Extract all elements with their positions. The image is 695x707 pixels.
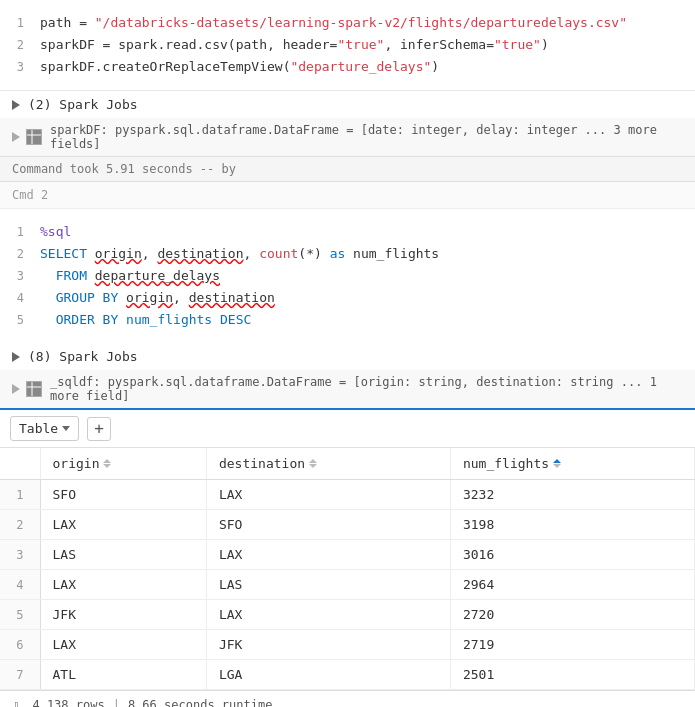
code-plain: ) <box>431 59 439 74</box>
table-body: 1SFOLAX32322LAXSFO31983LASLAX30164LAXLAS… <box>0 480 695 690</box>
cell-origin: LAS <box>40 540 206 570</box>
cell-rownum: 5 <box>0 600 40 630</box>
runtime-text: 8.66 seconds runtime <box>128 698 273 707</box>
schema-row-2: _sqldf: pyspark.sql.dataframe.DataFrame … <box>0 370 695 408</box>
sql-col-origin: origin <box>95 246 142 261</box>
table-icon-1 <box>26 129 42 145</box>
th-rownum <box>0 448 40 480</box>
sql-content-4: GROUP BY origin, destination <box>40 288 695 308</box>
sql-count: , <box>244 246 260 261</box>
sql-kw-groupby: GROUP BY <box>56 290 126 305</box>
table-label: Table <box>19 421 58 436</box>
sql-line-2: 2 SELECT origin, destination, count(*) a… <box>0 243 695 265</box>
table-header-row: origin destination <box>0 448 695 480</box>
schema-row-1: sparkDF: pyspark.sql.dataframe.DataFrame… <box>0 118 695 156</box>
sql-line-num-2: 2 <box>0 244 40 264</box>
code-line-2: 2 sparkDF = spark.read.csv(path, header=… <box>0 34 695 56</box>
table-row: 4LAXLAS2964 <box>0 570 695 600</box>
cell-destination: LAS <box>206 570 450 600</box>
footer-separator: | <box>109 698 124 707</box>
line-num-1: 1 <box>0 13 40 33</box>
code-lines-1: 1 path = "/databricks-datasets/learning-… <box>0 8 695 82</box>
cell-num-flights: 2964 <box>450 570 694 600</box>
code-plain: path = <box>40 15 95 30</box>
command-took-text: Command took 5.91 seconds -- by <box>12 162 236 176</box>
code-content-2: sparkDF = spark.read.csv(path, header="t… <box>40 35 695 55</box>
th-origin[interactable]: origin <box>40 448 206 480</box>
spark-jobs-label-1: (2) Spark Jobs <box>28 97 138 112</box>
sql-line-5: 5 ORDER BY num_flights DESC <box>0 309 695 331</box>
sql-kw-select: SELECT <box>40 246 95 261</box>
table-view-dropdown[interactable]: Table <box>10 416 79 441</box>
sql-indent <box>40 290 56 305</box>
cell-destination: JFK <box>206 630 450 660</box>
sort-icon-num-flights <box>553 459 561 469</box>
sql-content-1: %sql <box>40 222 695 242</box>
chevron-down-icon <box>62 426 70 431</box>
expand-icon-1 <box>12 100 20 110</box>
cmd-label: Cmd 2 <box>0 182 695 209</box>
sql-content-5: ORDER BY num_flights DESC <box>40 310 695 330</box>
code-line-3: 3 sparkDF.createOrReplaceTempView("depar… <box>0 56 695 78</box>
cell-num-flights: 3232 <box>450 480 694 510</box>
cell-origin: JFK <box>40 600 206 630</box>
th-destination[interactable]: destination <box>206 448 450 480</box>
cell-rownum: 3 <box>0 540 40 570</box>
sql-kw-orderby: ORDER BY num_flights DESC <box>56 312 252 327</box>
code-plain: sparkDF.createOrReplaceTempView( <box>40 59 290 74</box>
sql-content-2: SELECT origin, destination, count(*) as … <box>40 244 695 264</box>
cell-origin: LAX <box>40 570 206 600</box>
sql-as: as <box>330 246 346 261</box>
rows-count: 4,138 rows <box>32 698 104 707</box>
code-string: "true" <box>494 37 541 52</box>
schema-expand-icon-1[interactable] <box>12 132 20 142</box>
cell-num-flights: 3016 <box>450 540 694 570</box>
cell-destination: SFO <box>206 510 450 540</box>
table-row: 2LAXSFO3198 <box>0 510 695 540</box>
spark-jobs-row-1[interactable]: (2) Spark Jobs <box>0 91 695 118</box>
cell-num-flights: 2720 <box>450 600 694 630</box>
cell-origin: ATL <box>40 660 206 690</box>
code-string: "departure_delays" <box>290 59 431 74</box>
cell-origin: LAX <box>40 510 206 540</box>
sql-comma2: , <box>173 290 189 305</box>
rows-footer: ⇩ 4,138 rows | 8.66 seconds runtime <box>0 690 695 707</box>
cell-rownum: 2 <box>0 510 40 540</box>
svg-rect-3 <box>27 382 41 396</box>
th-num-flights[interactable]: num_flights <box>450 448 694 480</box>
code-plain: , inferSchema= <box>384 37 494 52</box>
code-cell-2: 1 %sql 2 SELECT origin, destination, cou… <box>0 209 695 343</box>
sql-comma: , <box>142 246 158 261</box>
schema-expand-icon-2[interactable] <box>12 384 20 394</box>
expand-icon-2 <box>12 352 20 362</box>
sql-alias: num_flights <box>345 246 439 261</box>
data-table-container: origin destination <box>0 448 695 690</box>
code-plain: ) <box>541 37 549 52</box>
sql-line-num-3: 3 <box>0 266 40 286</box>
cell-origin: LAX <box>40 630 206 660</box>
line-num-3: 3 <box>0 57 40 77</box>
command-took-bar: Command took 5.91 seconds -- by <box>0 156 695 182</box>
table-toolbar: Table + <box>0 410 695 448</box>
cell-destination: LAX <box>206 600 450 630</box>
sql-magic: %sql <box>40 224 71 239</box>
code-string: "true" <box>337 37 384 52</box>
download-icon[interactable]: ⇩ <box>12 697 20 707</box>
sql-line-num-5: 5 <box>0 310 40 330</box>
code-content-1: path = "/databricks-datasets/learning-sp… <box>40 13 695 33</box>
spark-jobs-row-2[interactable]: (8) Spark Jobs <box>0 343 695 370</box>
cell-num-flights: 2501 <box>450 660 694 690</box>
sql-groupby-origin: origin <box>126 290 173 305</box>
add-view-button[interactable]: + <box>87 417 111 441</box>
table-icon-2 <box>26 381 42 397</box>
spark-jobs-label-2: (8) Spark Jobs <box>28 349 138 364</box>
sort-icon-origin <box>103 459 111 469</box>
data-table: origin destination <box>0 448 695 690</box>
table-row: 3LASLAX3016 <box>0 540 695 570</box>
code-cell-1: 1 path = "/databricks-datasets/learning-… <box>0 0 695 91</box>
sql-fn-count: count <box>259 246 298 261</box>
code-line-1: 1 path = "/databricks-datasets/learning-… <box>0 12 695 34</box>
cell-destination: LAX <box>206 480 450 510</box>
cell-rownum: 4 <box>0 570 40 600</box>
sql-indent <box>40 312 56 327</box>
